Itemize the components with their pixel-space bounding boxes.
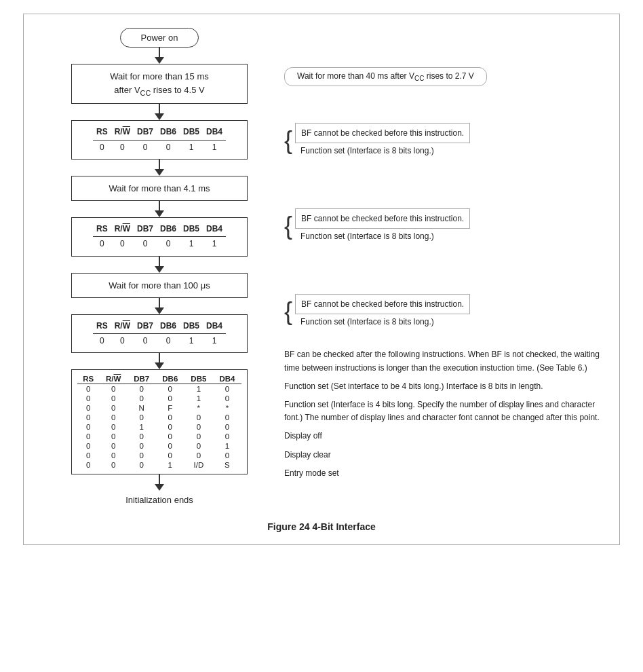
vline5 xyxy=(159,257,160,266)
instr1-h2: R/W xyxy=(111,125,134,140)
bi-h5: DB5 xyxy=(184,374,213,384)
instr2-note1-box: BF cannot be checked before this instruc… xyxy=(295,208,470,229)
bi-r7c3: 0 xyxy=(128,441,156,451)
bi-r3c6: * xyxy=(213,403,241,413)
big-instr-table: RS R/W DB7 DB6 DB5 DB4 0 0 0 0 1 0 xyxy=(77,374,241,470)
instr2-v1: 0 xyxy=(93,237,111,252)
bi-r5c3: 1 xyxy=(128,422,156,432)
bi-r9c2: 0 xyxy=(100,460,128,470)
right-wait-40ms: Wait for more than 40 ms after VCC rises… xyxy=(284,67,606,86)
instr1-annotations: BF cannot be checked before this instruc… xyxy=(295,123,470,158)
right-instr3-group: { BF cannot be checked before this instr… xyxy=(284,294,606,329)
instr3-h6: DB4 xyxy=(203,319,226,334)
bi-r1c1: 0 xyxy=(77,384,100,394)
figure-caption: Figure 24 4-Bit Interface xyxy=(37,516,606,538)
bi-r1c2: 0 xyxy=(100,384,128,394)
bi-r8c4: 0 xyxy=(156,451,184,460)
vline3 xyxy=(159,160,160,169)
instr3-h5: DB5 xyxy=(180,319,203,334)
vline2 xyxy=(159,104,160,113)
bi-r4c2: 0 xyxy=(100,413,128,422)
bi-r1c5: 1 xyxy=(184,384,213,394)
big-line1: Function set (Set interface to be 4 bits… xyxy=(284,380,606,393)
bi-r8c3: 0 xyxy=(128,451,156,460)
instr3-note1: BF cannot be checked before this instruc… xyxy=(301,299,464,309)
bi-r6c6: 0 xyxy=(213,432,241,441)
instr2-h6: DB4 xyxy=(203,222,226,237)
bi-r3c1: 0 xyxy=(77,403,100,413)
instr1-note2: Function set (Interface is 8 bits long.) xyxy=(295,143,470,158)
wait-40ms-box: Wait for more than 40 ms after VCC rises… xyxy=(284,67,487,86)
instr2-table: RS R/W DB7 DB6 DB5 DB4 0 0 0 0 1 1 xyxy=(93,222,226,251)
bi-r7c5: 0 xyxy=(184,441,213,451)
instr3-h4: DB6 xyxy=(157,319,180,334)
instr1-v3: 0 xyxy=(134,140,157,155)
bi-r4c1: 0 xyxy=(77,413,100,422)
bi-r6c2: 0 xyxy=(100,432,128,441)
init-ends-label: Initialization ends xyxy=(125,495,193,505)
instr3-h1: RS xyxy=(93,319,111,334)
instr1-box: RS R/W DB7 DB6 DB5 DB4 0 0 0 0 1 1 xyxy=(71,120,248,159)
bi-h2: R/W xyxy=(100,374,128,384)
wait-100us-box: Wait for more than 100 μs xyxy=(71,273,248,299)
bi-r8c6: 0 xyxy=(213,451,241,460)
bi-r2c5: 1 xyxy=(184,394,213,403)
diagram-container: Power on Wait for more than 15 msafter V… xyxy=(23,14,620,545)
bi-r2c4: 0 xyxy=(156,394,184,403)
wait-15ms-text: Wait for more than 15 msafter VCC rises … xyxy=(110,71,208,95)
arrow-down xyxy=(155,57,164,64)
bi-r2c1: 0 xyxy=(77,394,100,403)
instr3-note1-box: BF cannot be checked before this instruc… xyxy=(295,294,470,314)
vline8 xyxy=(159,474,160,484)
bi-r7c4: 0 xyxy=(156,441,184,451)
instr2-v5: 1 xyxy=(180,237,203,252)
instr2-h3: DB7 xyxy=(134,222,157,237)
bi-r9c5: I/D xyxy=(184,460,213,470)
big-line3: Display off xyxy=(284,430,606,443)
right-column: Wait for more than 40 ms after VCC rises… xyxy=(281,28,606,485)
bi-r6c5: 0 xyxy=(184,432,213,441)
right-instr2-group: { BF cannot be checked before this instr… xyxy=(284,208,606,244)
bi-r3c3: N xyxy=(128,403,156,413)
init-ends-text: Initialization ends xyxy=(125,495,193,505)
wait-4ms-text: Wait for more than 4.1 ms xyxy=(109,183,210,193)
bi-r9c4: 1 xyxy=(156,460,184,470)
instr3-v2: 0 xyxy=(111,334,134,349)
arrow-down8 xyxy=(155,484,164,491)
vline xyxy=(159,48,160,57)
bi-r9c1: 0 xyxy=(77,460,100,470)
arrow-down2 xyxy=(155,113,164,120)
instr2-v6: 1 xyxy=(203,237,226,252)
bi-r3c2: 0 xyxy=(100,403,128,413)
arrow-down3 xyxy=(155,169,164,176)
instr2-box: RS R/W DB7 DB6 DB5 DB4 0 0 0 0 1 1 xyxy=(71,217,248,256)
bi-r8c2: 0 xyxy=(100,451,128,460)
instr2-note2: Function set (Interface is 8 bits long.) xyxy=(295,229,470,244)
bi-r9c3: 0 xyxy=(128,460,156,470)
arrow-down6 xyxy=(155,307,164,314)
bi-r1c4: 0 xyxy=(156,384,184,394)
bi-r4c4: 0 xyxy=(156,413,184,422)
vline4 xyxy=(159,201,160,210)
instr3-table: RS R/W DB7 DB6 DB5 DB4 0 0 0 0 1 1 xyxy=(93,319,226,348)
bi-r5c1: 0 xyxy=(77,422,100,432)
bi-h3: DB7 xyxy=(128,374,156,384)
bi-r8c1: 0 xyxy=(77,451,100,460)
instr1-h6: DB4 xyxy=(203,125,226,140)
instr1-h5: DB5 xyxy=(180,125,203,140)
instr1-v2: 0 xyxy=(111,140,134,155)
instr3-v4: 0 xyxy=(157,334,180,349)
brace2: { xyxy=(284,208,292,244)
instr1-h3: DB7 xyxy=(134,125,157,140)
instr3-note2: Function set (Interface is 8 bits long.) xyxy=(295,314,470,329)
arrow-down4 xyxy=(155,210,164,217)
bi-r2c2: 0 xyxy=(100,394,128,403)
caption-text: Figure 24 4-Bit Interface xyxy=(267,521,376,532)
instr1-v6: 1 xyxy=(203,140,226,155)
wait-40ms-text: Wait for more than 40 ms after VCC rises… xyxy=(297,71,474,81)
left-column: Power on Wait for more than 15 msafter V… xyxy=(37,28,281,505)
big-para1: BF can be checked after the following in… xyxy=(284,348,606,374)
bi-r7c1: 0 xyxy=(77,441,100,451)
instr2-v2: 0 xyxy=(111,237,134,252)
brace1: { xyxy=(284,123,292,158)
